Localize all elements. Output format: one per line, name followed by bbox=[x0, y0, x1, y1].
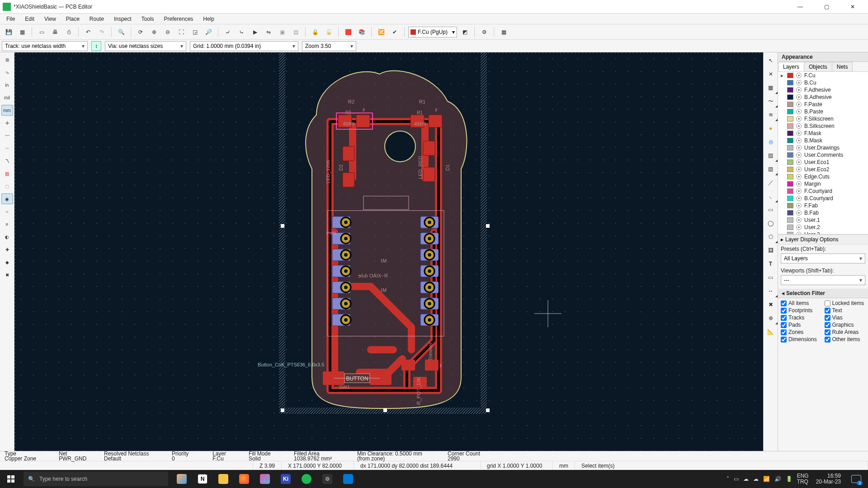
drc-icon[interactable]: ✔ bbox=[389, 26, 401, 38]
selection-handle[interactable] bbox=[486, 224, 490, 228]
layer-row[interactable]: B.Adhesive bbox=[778, 94, 868, 101]
contrast-mode-icon[interactable]: ◐ bbox=[1, 231, 13, 242]
taskbar-app-notion[interactable]: N bbox=[193, 470, 212, 488]
filter-tracks[interactable]: Tracks bbox=[781, 314, 822, 321]
delete-tool-icon[interactable]: ✖ bbox=[765, 299, 777, 310]
print-icon[interactable]: 🖶 bbox=[49, 26, 61, 38]
add-zone-icon[interactable]: ▨ bbox=[765, 150, 777, 161]
menu-inspect[interactable]: Inspect bbox=[109, 15, 136, 23]
tray-clock[interactable]: 16:5920-Mar-23 bbox=[813, 473, 844, 485]
undo-icon[interactable]: ↶ bbox=[82, 26, 94, 38]
scripting-icon[interactable]: ⚙ bbox=[478, 26, 490, 38]
tab-objects[interactable]: Objects bbox=[804, 62, 832, 71]
filter-footprints[interactable]: Footprints bbox=[781, 307, 822, 314]
layer-row[interactable]: B.Cu bbox=[778, 79, 868, 86]
menu-tools[interactable]: Tools bbox=[137, 15, 159, 23]
taskbar-app-widgets[interactable] bbox=[173, 470, 191, 488]
selection-filter-title[interactable]: ◂Selection Filter bbox=[778, 289, 868, 298]
zoom-tool-icon[interactable]: 🔎 bbox=[203, 26, 214, 38]
group-icon[interactable]: ▣ bbox=[276, 26, 288, 38]
zoom-dropdown[interactable]: Zoom 3.50 ▾ bbox=[302, 41, 356, 51]
tray-battery-icon[interactable]: 🔋 bbox=[786, 476, 793, 482]
add-dimension-icon[interactable]: ↔ bbox=[765, 286, 777, 296]
pcb-canvas[interactable]: BUTTON R2 R1 R2 R1 2 2 49R9 49R9 LED_120… bbox=[14, 52, 763, 451]
layer-pair-icon[interactable]: ◩ bbox=[459, 26, 471, 38]
layer-row[interactable]: User.Eco1 bbox=[778, 159, 868, 166]
polar-coord-icon[interactable]: ∿ bbox=[1, 67, 13, 78]
via-outline-icon[interactable]: ○ bbox=[1, 206, 13, 217]
eye-icon[interactable] bbox=[796, 80, 802, 85]
eye-icon[interactable] bbox=[796, 109, 802, 114]
selection-handle[interactable] bbox=[281, 408, 284, 412]
layer-row[interactable]: User.Eco2 bbox=[778, 166, 868, 173]
lock-icon[interactable]: 🔒 bbox=[309, 26, 321, 38]
units-mil-button[interactable]: mil bbox=[1, 92, 13, 103]
menu-place[interactable]: Place bbox=[61, 15, 84, 23]
add-image-icon[interactable]: 🖼 bbox=[765, 245, 777, 256]
update-pcb-icon[interactable]: 🔀 bbox=[375, 26, 387, 38]
layer-row[interactable]: ▸F.Cu bbox=[778, 72, 868, 79]
place-footprint-icon[interactable]: ▦ bbox=[765, 82, 777, 93]
filter-all-items[interactable]: All items bbox=[781, 300, 822, 306]
eye-icon[interactable] bbox=[796, 94, 802, 100]
taskbar-app-settings[interactable]: ⚙ bbox=[318, 470, 336, 488]
draw-line-icon[interactable]: ／ bbox=[765, 177, 777, 188]
eye-icon[interactable] bbox=[796, 174, 802, 179]
eye-icon[interactable] bbox=[796, 196, 802, 201]
layer-row[interactable]: F.Silkscreen bbox=[778, 115, 868, 122]
cursor-shape-icon[interactable]: ✛ bbox=[1, 117, 13, 128]
menu-help[interactable]: Help bbox=[198, 15, 219, 23]
select-tool-icon[interactable]: ↖ bbox=[765, 55, 777, 66]
layer-row[interactable]: F.Adhesive bbox=[778, 86, 868, 94]
filter-graphics[interactable]: Graphics bbox=[825, 322, 866, 328]
tab-nets[interactable]: Nets bbox=[832, 62, 853, 71]
eye-icon[interactable] bbox=[796, 116, 802, 122]
draw-circle-icon[interactable]: ◯ bbox=[765, 218, 777, 229]
window-minimize-button[interactable]: — bbox=[791, 4, 809, 10]
layer-row[interactable]: User.2 bbox=[778, 224, 868, 231]
tray-notifications[interactable]: 3 bbox=[848, 470, 864, 488]
mirror-icon[interactable]: ⇋ bbox=[263, 26, 274, 38]
eye-icon[interactable] bbox=[796, 203, 802, 208]
eye-icon[interactable] bbox=[796, 102, 802, 107]
units-mm-button[interactable]: mm bbox=[1, 105, 13, 116]
filter-text[interactable]: Text bbox=[825, 307, 866, 314]
rotate-ccw-icon[interactable]: ⤾ bbox=[222, 26, 234, 38]
zoom-refresh-icon[interactable]: ⟳ bbox=[135, 26, 146, 38]
add-rule-area-icon[interactable]: ▧ bbox=[765, 164, 777, 174]
eye-icon[interactable] bbox=[796, 131, 802, 136]
show-grid-icon[interactable]: ⊞ bbox=[1, 54, 13, 65]
layer-row[interactable]: User.Comments bbox=[778, 151, 868, 159]
layer-row[interactable]: B.Mask bbox=[778, 137, 868, 144]
menu-file[interactable]: File bbox=[2, 15, 19, 23]
taskbar-app-explorer[interactable] bbox=[214, 470, 232, 488]
filter-dimensions[interactable]: Dimensions bbox=[781, 336, 822, 343]
eye-icon[interactable] bbox=[796, 181, 802, 187]
layer-manager-icon[interactable]: ◆ bbox=[1, 257, 13, 267]
via-size-dropdown[interactable]: Via: use netclass sizes ▾ bbox=[105, 41, 186, 51]
footprint-editor-icon[interactable]: 🟥 bbox=[342, 26, 354, 38]
net-highlight-icon[interactable]: 〽 bbox=[1, 155, 13, 166]
zoom-out-icon[interactable]: ⊖ bbox=[162, 26, 174, 38]
filter-locked-items[interactable]: Locked items bbox=[825, 300, 866, 306]
filter-pads[interactable]: Pads bbox=[781, 322, 822, 328]
layer-row[interactable]: Margin bbox=[778, 180, 868, 188]
track-outline-icon[interactable]: ≡ bbox=[1, 219, 13, 230]
layer-row[interactable]: B.Courtyard bbox=[778, 195, 868, 202]
start-button[interactable] bbox=[0, 470, 22, 488]
zoom-fit-icon[interactable]: ⛶ bbox=[175, 26, 187, 38]
draw-polygon-icon[interactable]: ⬠ bbox=[765, 231, 777, 242]
tune-length-icon[interactable]: ● bbox=[765, 123, 777, 134]
show-properties-icon[interactable]: ▦ bbox=[498, 26, 509, 38]
selection-handle[interactable] bbox=[281, 224, 284, 228]
eye-icon[interactable] bbox=[796, 217, 802, 223]
filter-other-items[interactable]: Other items bbox=[825, 336, 866, 343]
layer-row[interactable]: Edge.Cuts bbox=[778, 173, 868, 180]
filter-rule-areas[interactable]: Rule Areas bbox=[825, 329, 866, 335]
route-diff-pair-icon[interactable]: ≋ bbox=[765, 109, 777, 120]
eye-icon[interactable] bbox=[796, 167, 802, 172]
menu-view[interactable]: View bbox=[40, 15, 61, 23]
window-maximize-button[interactable]: ▢ bbox=[817, 4, 835, 10]
plot-icon[interactable]: ⎙ bbox=[63, 26, 75, 38]
page-settings-icon[interactable]: ▭ bbox=[36, 26, 47, 38]
